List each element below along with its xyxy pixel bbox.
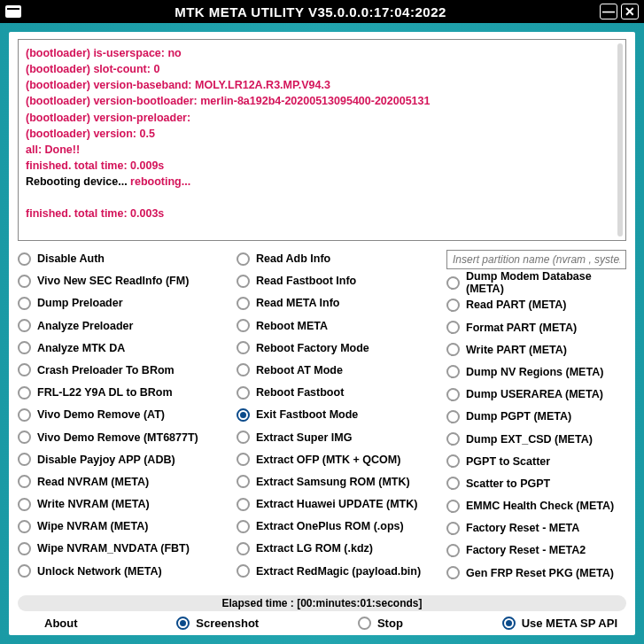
radio-icon — [446, 299, 460, 312]
option-scatter-to-pgpt[interactable]: Scatter to PGPT — [446, 475, 626, 493]
window-body: (bootloader) is-userspace: no(bootloader… — [0, 23, 644, 644]
stop-button[interactable]: Stop — [358, 617, 403, 630]
option-reboot-factory-mode[interactable]: Reboot Factory Mode — [237, 339, 436, 357]
option-label: Extract Super IMG — [256, 431, 352, 444]
option-dump-pgpt-meta[interactable]: Dump PGPT (META) — [446, 407, 626, 425]
option-vivo-demo-remove-mt6877t[interactable]: Vivo Demo Remove (MT6877T) — [18, 429, 226, 446]
option-label: Wipe NVRAM_NVDATA (FBT) — [37, 542, 190, 555]
option-read-meta-info[interactable]: Read META Info — [237, 294, 436, 312]
option-vivo-demo-remove-at[interactable]: Vivo Demo Remove (AT) — [18, 406, 226, 423]
option-extract-lg-rom-kdz[interactable]: Extract LG ROM (.kdz) — [237, 539, 436, 557]
option-read-nvram-meta[interactable]: Read NVRAM (META) — [18, 473, 226, 491]
option-label: Unlock Network (META) — [37, 565, 162, 578]
screenshot-button[interactable]: Screenshot — [176, 617, 259, 630]
radio-icon — [176, 617, 190, 630]
option-dump-ext-csd-meta[interactable]: Dump EXT_CSD (META) — [446, 431, 626, 448]
option-extract-redmagic-payload-bin[interactable]: Extract RedMagic (payload.bin) — [237, 563, 436, 580]
option-extract-huawei-update-mtk[interactable]: Extract Huawei UPDATE (MTK) — [237, 495, 436, 513]
option-label: Wipe NVRAM (META) — [37, 520, 148, 532]
close-button[interactable]: ✕ — [621, 4, 639, 19]
option-reboot-meta[interactable]: Reboot META — [237, 317, 436, 335]
option-gen-frp-reset-pkg-meta[interactable]: Gen FRP Reset PKG (META) — [446, 564, 626, 582]
option-label: Reboot META — [256, 320, 328, 332]
log-line: (bootloader) is-userspace: no — [26, 45, 618, 61]
options-column-3: Dump Modem Database (META)Read PART (MET… — [446, 250, 626, 590]
option-label: Vivo Demo Remove (MT6877T) — [37, 431, 198, 444]
option-dump-preloader[interactable]: Dump Preloader — [18, 294, 226, 312]
option-emmc-health-check-meta[interactable]: EMMC Health Check (META) — [446, 497, 626, 515]
option-reboot-at-mode[interactable]: Reboot AT Mode — [237, 361, 436, 379]
option-extract-ofp-mtk-qcom[interactable]: Extract OFP (MTK + QCOM) — [237, 451, 436, 469]
radio-icon — [446, 454, 460, 468]
option-analyze-preloader[interactable]: Analyze Preloader — [18, 317, 226, 335]
option-unlock-network-meta[interactable]: Unlock Network (META) — [18, 563, 226, 580]
option-read-fastboot-info[interactable]: Read Fastboot Info — [237, 272, 436, 290]
radio-icon — [446, 365, 460, 378]
option-label: Analyze Preloader — [37, 320, 133, 332]
option-label: Reboot Factory Mode — [256, 342, 369, 354]
radio-icon — [502, 617, 516, 630]
option-extract-oneplus-rom-ops[interactable]: Extract OnePlus ROM (.ops) — [237, 517, 436, 535]
option-disable-auth[interactable]: Disable Auth — [18, 250, 226, 268]
radio-icon — [446, 410, 460, 423]
option-label: FRL-L22 Y9A DL to BRom — [37, 386, 173, 399]
option-dump-modem-database-meta[interactable]: Dump Modem Database (META) — [446, 274, 626, 291]
about-button[interactable]: About — [44, 617, 78, 630]
log-line: (bootloader) version-bootloader: merlin-… — [26, 93, 618, 109]
option-read-adb-info[interactable]: Read Adb Info — [237, 250, 436, 268]
option-extract-super-img[interactable]: Extract Super IMG — [237, 429, 436, 446]
log-line: (bootloader) version: 0.5 — [26, 126, 618, 142]
radio-icon — [237, 319, 250, 332]
minimize-button[interactable]: — — [600, 4, 617, 19]
radio-icon — [446, 544, 460, 557]
option-format-part-meta[interactable]: Format PART (META) — [446, 319, 626, 337]
radio-icon — [18, 319, 31, 332]
option-exit-fastboot-mode[interactable]: Exit Fastboot Mode — [237, 406, 436, 423]
option-vivo-new-sec-readinfo-fm[interactable]: Vivo New SEC ReadInfo (FM) — [18, 272, 226, 290]
radio-icon — [237, 275, 250, 288]
radio-icon — [18, 564, 31, 578]
scrollbar[interactable] — [617, 43, 623, 237]
option-label: Dump EXT_CSD (META) — [466, 433, 593, 446]
log-line: finished. total time: 0.009s — [26, 158, 618, 174]
radio-icon — [18, 297, 31, 310]
option-read-part-meta[interactable]: Read PART (META) — [446, 296, 626, 314]
option-wipe-nvram-nvdata-fbt[interactable]: Wipe NVRAM_NVDATA (FBT) — [18, 539, 226, 557]
option-analyze-mtk-da[interactable]: Analyze MTK DA — [18, 339, 226, 357]
radio-icon — [446, 388, 460, 401]
option-wipe-nvram-meta[interactable]: Wipe NVRAM (META) — [18, 517, 226, 535]
option-disable-payjoy-app-adb[interactable]: Disable Payjoy APP (ADB) — [18, 451, 226, 469]
option-reboot-fastboot[interactable]: Reboot Fastboot — [237, 384, 436, 401]
meta-api-label: Use META SP API — [522, 617, 617, 630]
option-dump-nv-regions-meta[interactable]: Dump NV Regions (META) — [446, 363, 626, 381]
option-factory-reset-meta[interactable]: Factory Reset - META — [446, 519, 626, 537]
log-output[interactable]: (bootloader) is-userspace: no(bootloader… — [18, 39, 626, 241]
option-dump-userarea-meta[interactable]: Dump USERAREA (META) — [446, 385, 626, 403]
radio-icon — [237, 498, 250, 511]
radio-icon — [237, 520, 250, 533]
option-frl-l22-y9a-dl-to-brom[interactable]: FRL-L22 Y9A DL to BRom — [18, 384, 226, 401]
option-extract-samsung-rom-mtk[interactable]: Extract Samsung ROM (MTK) — [237, 473, 436, 491]
log-line: all: Done!! — [26, 142, 618, 158]
use-meta-sp-api-button[interactable]: Use META SP API — [502, 617, 617, 630]
partition-name-input[interactable] — [446, 250, 626, 269]
log-line: (bootloader) version-baseband: MOLY.LR12… — [26, 77, 618, 93]
option-label: Vivo Demo Remove (AT) — [37, 408, 165, 421]
main-panel: (bootloader) is-userspace: no(bootloader… — [9, 32, 635, 635]
option-factory-reset-meta2[interactable]: Factory Reset - META2 — [446, 541, 626, 559]
option-label: Dump PGPT (META) — [466, 410, 571, 423]
radio-icon — [237, 431, 250, 444]
option-write-nvram-meta[interactable]: Write NVRAM (META) — [18, 495, 226, 513]
option-label: Analyze MTK DA — [37, 342, 125, 354]
radio-icon — [18, 542, 31, 555]
log-line — [26, 190, 618, 206]
radio-icon — [237, 408, 250, 422]
option-label: Factory Reset - META2 — [466, 544, 586, 556]
radio-icon — [358, 617, 371, 630]
titlebar: MTK META UTILITY V35.0.0.0:17:04:2022 — … — [0, 0, 644, 23]
option-pgpt-to-scatter[interactable]: PGPT to Scatter — [446, 453, 626, 470]
option-write-part-meta[interactable]: Write PART (META) — [446, 341, 626, 359]
option-crash-preloader-to-brom[interactable]: Crash Preloader To BRom — [18, 361, 226, 379]
option-label: Read NVRAM (META) — [37, 476, 149, 488]
option-label: Write NVRAM (META) — [37, 498, 150, 510]
